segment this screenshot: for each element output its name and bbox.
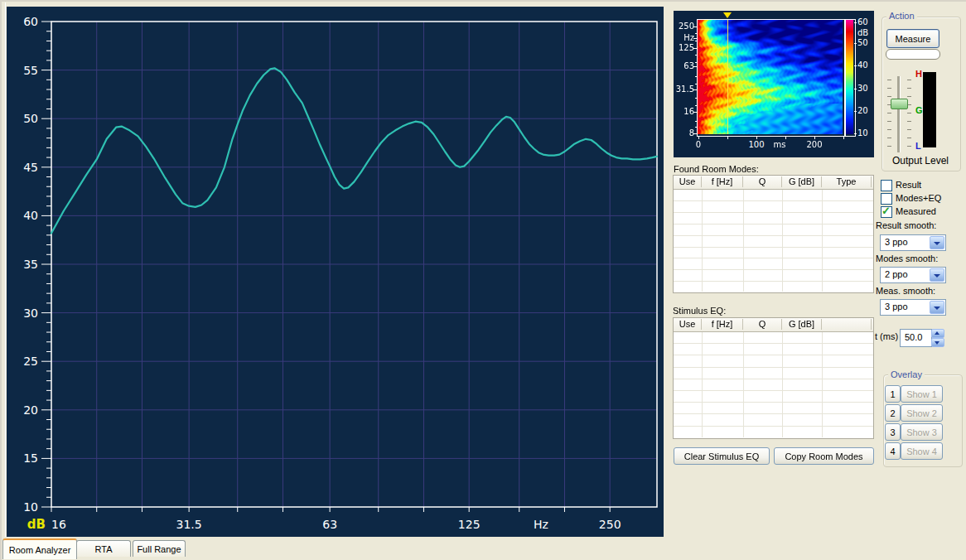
- result-checkbox[interactable]: [881, 180, 892, 191]
- table-column-line: [822, 332, 823, 437]
- table-header-cell: Type: [822, 176, 872, 187]
- slider-tick: [887, 113, 891, 113]
- chevron-down-icon[interactable]: [930, 301, 944, 314]
- spectro-x-label: 0: [688, 140, 708, 149]
- spectro-x-tick: [727, 136, 728, 139]
- table-row-line: [674, 224, 873, 224]
- measured-checkbox[interactable]: [881, 206, 892, 218]
- slider-tick: [907, 138, 911, 138]
- spectro-y-label: 63: [674, 61, 694, 70]
- colorbar-label: 10: [857, 128, 868, 138]
- x-tick-label: 250: [599, 518, 621, 531]
- modes-smooth-label: Modes smooth:: [876, 253, 938, 263]
- overlay-show-button-4[interactable]: Show 4: [901, 442, 943, 460]
- meas-smooth-select[interactable]: 3 ppo: [880, 299, 946, 316]
- overlay-show-button-3[interactable]: Show 3: [901, 423, 943, 441]
- y-tick-label: 25: [23, 355, 38, 368]
- slider-tick: [907, 146, 911, 147]
- modes-eq-checkbox-label[interactable]: Modes+EQ: [896, 193, 941, 203]
- spectro-y-minortick: [695, 127, 697, 128]
- measure-button[interactable]: Measure: [886, 29, 939, 48]
- measured-checkbox-label[interactable]: Measured: [896, 206, 936, 216]
- tab-full-range[interactable]: Full Range: [133, 540, 186, 557]
- table-row-line: [674, 367, 873, 368]
- overlay-show-button-1[interactable]: Show 1: [901, 385, 943, 403]
- table-row-line: [674, 402, 873, 403]
- result-checkbox-label[interactable]: Result: [896, 180, 921, 190]
- table-header-cell: f [Hz]: [702, 319, 743, 330]
- table-header-cell: G [dB]: [782, 176, 822, 187]
- overlay-preset-button-1[interactable]: 1: [885, 385, 901, 403]
- result-smooth-select[interactable]: 3 ppo: [880, 234, 946, 251]
- overlay-preset-button-4[interactable]: 4: [885, 442, 901, 460]
- frequency-response-chart: 60555045403530252015101631.563125250HzdB: [7, 7, 664, 537]
- t-ms-spinner[interactable]: 50.0: [900, 329, 932, 347]
- spectrogram-panel: 250Hz1256331.51680100ms20060dB5040302010: [674, 11, 874, 157]
- table-column-line: [702, 332, 703, 437]
- room-modes-table[interactable]: Usef [Hz]QG [dB]Type: [673, 175, 874, 293]
- colorbar-tick: [854, 111, 857, 112]
- output-level-slider[interactable]: [897, 76, 901, 152]
- cursor-marker-icon[interactable]: [723, 12, 732, 18]
- table-column-line: [782, 332, 783, 437]
- chevron-down-icon[interactable]: [930, 236, 944, 249]
- slider-tick: [907, 113, 911, 113]
- table-row-line: [674, 269, 873, 270]
- slider-tick: [887, 121, 891, 122]
- spectro-y-label: 250: [674, 22, 694, 31]
- slider-tick: [887, 80, 891, 80]
- overlay-show-button-2[interactable]: Show 2: [901, 404, 943, 422]
- stimulus-eq-table[interactable]: Usef [Hz]QG [dB]: [673, 317, 874, 439]
- overlay-preset-button-2[interactable]: 2: [885, 404, 901, 422]
- spectro-y-label: 125: [674, 43, 694, 52]
- tab-room-analyzer[interactable]: Room Analyzer: [2, 538, 77, 559]
- modes-smooth-select[interactable]: 2 ppo: [880, 267, 946, 283]
- colorbar-tick: [854, 22, 857, 23]
- table-header-row: Usef [Hz]QG [dB]Type: [674, 176, 873, 190]
- slider-tick: [887, 138, 891, 138]
- table-column-line: [743, 190, 744, 292]
- slider-tick: [887, 146, 891, 147]
- table-row-line: [674, 235, 873, 236]
- spectro-y-tick: [693, 112, 697, 113]
- table-row-line: [674, 281, 873, 282]
- tab-rta[interactable]: RTA: [76, 540, 131, 557]
- spectro-x-label: 200: [804, 140, 824, 149]
- table-row-line: [674, 390, 873, 391]
- clear-stimulus-eq-button[interactable]: Clear Stimulus EQ: [674, 447, 770, 465]
- colorbar: [846, 20, 853, 134]
- colorbar-label: dB: [857, 28, 868, 37]
- table-row-line: [674, 200, 873, 201]
- copy-room-modes-button[interactable]: Copy Room Modes: [774, 447, 874, 465]
- colorbar-label: 30: [857, 84, 868, 93]
- chevron-down-icon[interactable]: [930, 268, 944, 282]
- y-tick-label: 20: [23, 403, 38, 417]
- colorbar-label: 40: [857, 60, 868, 70]
- overlay-preset-button-3[interactable]: 3: [885, 423, 901, 441]
- spectro-y-minortick: [695, 41, 697, 41]
- spectrogram-canvas[interactable]: [698, 20, 843, 134]
- x-tick-label: 125: [458, 518, 481, 531]
- spectro-x-tick: [698, 136, 699, 139]
- spectro-x-label: ms: [770, 140, 790, 149]
- slider-tick: [907, 129, 911, 130]
- slider-tick: [907, 80, 911, 80]
- spectro-y-label: 31.5: [674, 84, 694, 94]
- table-row-line: [674, 343, 873, 344]
- table-header-cell: G [dB]: [782, 319, 822, 330]
- spectro-y-minortick: [695, 84, 697, 84]
- spectro-x-tick: [843, 136, 844, 139]
- table-row-line: [674, 247, 873, 248]
- spectro-y-label: Hz: [674, 33, 694, 42]
- output-level-meter: [923, 72, 936, 147]
- modes-eq-checkbox[interactable]: [881, 193, 892, 205]
- db-unit-label: dB: [27, 517, 46, 532]
- spinner-down-button[interactable]: [931, 338, 944, 347]
- spinner-up-button[interactable]: [931, 329, 944, 338]
- output-level-slider-thumb[interactable]: [891, 99, 908, 109]
- table-column-line: [702, 190, 703, 292]
- window-frame-top: [0, 0, 966, 2]
- slider-tick: [907, 96, 911, 97]
- table-row-line: [674, 413, 873, 414]
- table-header-cell: Use: [674, 176, 702, 187]
